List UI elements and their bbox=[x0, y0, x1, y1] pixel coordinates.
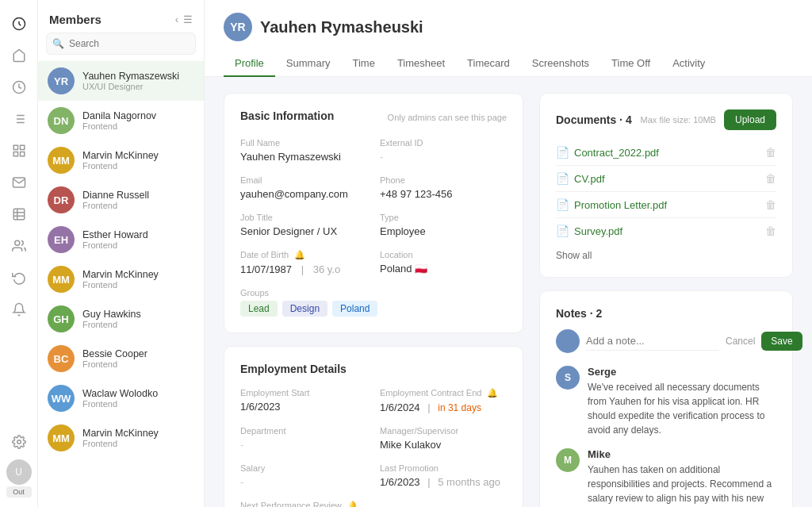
group-tags: Lead Design Poland bbox=[240, 301, 507, 317]
type-label: Type bbox=[380, 213, 507, 222]
note-author: Serge bbox=[588, 366, 776, 378]
members-sidebar: Members ‹ ☰ 🔍 YR Yauhen Rymaszewski UX/U… bbox=[38, 0, 205, 507]
note-input[interactable] bbox=[586, 332, 719, 351]
tab-summary[interactable]: Summary bbox=[275, 51, 342, 77]
note-item: M Mike Yauhen has taken on additional re… bbox=[556, 448, 776, 507]
doc-icon: 📄 bbox=[556, 225, 569, 237]
job-title-field: Job Title Senior Designer / UX bbox=[240, 213, 367, 237]
tab-time[interactable]: Time bbox=[341, 51, 385, 77]
doc-delete-icon[interactable]: 🗑 bbox=[765, 172, 776, 185]
groups-label: Groups bbox=[240, 288, 507, 298]
phone-label: Phone bbox=[380, 175, 507, 185]
profile-tabs: ProfileSummaryTimeTimesheetTimecardScree… bbox=[224, 51, 793, 76]
doc-name[interactable]: 📄 Contract_2022.pdf bbox=[556, 146, 659, 159]
member-item[interactable]: MM Marvin McKinney Frontend bbox=[38, 140, 204, 180]
tab-profile[interactable]: Profile bbox=[224, 51, 275, 77]
department-label: Department bbox=[240, 426, 367, 436]
doc-icon: 📄 bbox=[556, 172, 569, 185]
upload-button[interactable]: Upload bbox=[724, 109, 776, 130]
tab-screenshots[interactable]: Screenshots bbox=[521, 51, 600, 77]
member-item[interactable]: MM Marvin McKinney Frontend bbox=[38, 418, 204, 458]
cancel-note-button[interactable]: Cancel bbox=[726, 336, 755, 347]
salary-label: Salary bbox=[240, 463, 367, 473]
tag-poland: Poland bbox=[332, 301, 377, 317]
doc-icon: 📄 bbox=[556, 198, 569, 211]
doc-name[interactable]: 📄 CV.pdf bbox=[556, 172, 605, 185]
member-item[interactable]: WW Waclaw Wolodko Frontend bbox=[38, 378, 204, 418]
member-item[interactable]: YR Yauhen Rymaszewski UX/UI Designer bbox=[38, 61, 204, 101]
member-item[interactable]: EH Esther Howard Frontend bbox=[38, 220, 204, 259]
profile-avatar: YR bbox=[224, 13, 252, 41]
note-content: Serge We've received all necessary docum… bbox=[588, 366, 776, 437]
nav-icon-mail[interactable] bbox=[5, 168, 33, 197]
svg-point-13 bbox=[14, 240, 19, 245]
menu-icon[interactable]: ☰ bbox=[183, 13, 193, 25]
user-avatar-small[interactable]: U bbox=[6, 459, 32, 485]
location-field: Location Poland 🇵🇱 bbox=[380, 250, 507, 275]
location-label: Location bbox=[380, 250, 507, 259]
nav-icon-reports[interactable] bbox=[5, 136, 33, 165]
doc-delete-icon[interactable]: 🗑 bbox=[765, 146, 776, 159]
external-id-value: - bbox=[380, 151, 507, 163]
note-item: S Serge We've received all necessary doc… bbox=[556, 366, 776, 437]
save-note-button[interactable]: Save bbox=[761, 332, 802, 351]
basic-info-title: Basic Information bbox=[240, 109, 334, 122]
department-value: - bbox=[240, 439, 367, 451]
tab-timesheet[interactable]: Timesheet bbox=[386, 51, 456, 77]
doc-name[interactable]: 📄 Promotion Letter.pdf bbox=[556, 198, 667, 211]
nav-icon-list[interactable] bbox=[5, 105, 33, 133]
tag-lead: Lead bbox=[240, 301, 278, 317]
nav-icon-time[interactable] bbox=[5, 73, 33, 102]
nav-icon-table[interactable] bbox=[5, 200, 33, 229]
members-header: Members ‹ ☰ bbox=[38, 0, 204, 33]
docs-max-size: Max file size: 10MB bbox=[641, 115, 716, 125]
doc-item: 📄 CV.pdf 🗑 bbox=[556, 166, 776, 192]
salary-value: - bbox=[240, 476, 367, 488]
search-input[interactable] bbox=[46, 33, 196, 55]
doc-delete-icon[interactable]: 🗑 bbox=[765, 225, 776, 237]
left-column: Basic Information Only admins can see th… bbox=[224, 93, 523, 507]
emp-start-label: Employment Start bbox=[240, 388, 367, 398]
docs-title-group: Documents · 4 bbox=[556, 113, 632, 126]
collapse-icon[interactable]: ‹ bbox=[175, 13, 178, 25]
member-item[interactable]: GH Guy Hawkins Frontend bbox=[38, 299, 204, 339]
salary-field: Salary - bbox=[240, 463, 367, 488]
emp-start-value: 1/6/2023 bbox=[240, 401, 367, 413]
member-item[interactable]: DR Dianne Russell Frontend bbox=[38, 180, 204, 220]
basic-info-header: Basic Information Only admins can see th… bbox=[240, 109, 507, 125]
tab-activity[interactable]: Activity bbox=[661, 51, 716, 77]
phone-value: +48 97 123-456 bbox=[380, 188, 507, 200]
member-item[interactable]: MM Marvin McKinney Frontend bbox=[38, 259, 204, 299]
nav-icon-bell[interactable] bbox=[5, 295, 33, 324]
external-id-field: External ID - bbox=[380, 138, 507, 163]
phone-field: Phone +48 97 123-456 bbox=[380, 175, 507, 200]
main-content: YR Yauhen Rymasheuski ProfileSummaryTime… bbox=[205, 0, 812, 507]
basic-info-grid: Full Name Yauhen Rymaszewski External ID… bbox=[240, 138, 507, 275]
out-badge: Out bbox=[6, 486, 32, 497]
nav-icon-home[interactable] bbox=[5, 10, 33, 38]
doc-name[interactable]: 📄 Survey.pdf bbox=[556, 225, 622, 237]
show-all-docs[interactable]: Show all bbox=[556, 250, 776, 261]
search-icon: 🔍 bbox=[52, 38, 64, 49]
emp-end-label: Employment Contract End 🔔 bbox=[380, 388, 507, 398]
employment-title: Employment Details bbox=[240, 363, 507, 375]
nav-icon-settings[interactable] bbox=[5, 428, 33, 456]
last-promotion-field: Last Promotion 1/6/2023 | 5 months ago bbox=[380, 463, 507, 488]
tab-timecard[interactable]: Timecard bbox=[456, 51, 521, 77]
docs-header: Documents · 4 Max file size: 10MB Upload bbox=[556, 109, 776, 130]
nav-icon-dashboard[interactable] bbox=[5, 41, 33, 70]
last-promotion-value: 1/6/2023 | 5 months ago bbox=[380, 476, 507, 488]
doc-delete-icon[interactable]: 🗑 bbox=[765, 198, 776, 211]
location-value: Poland 🇵🇱 bbox=[380, 263, 507, 275]
nav-icon-history[interactable] bbox=[5, 263, 33, 292]
member-item[interactable]: BC Bessie Cooper Frontend bbox=[38, 339, 204, 378]
emp-end-field: Employment Contract End 🔔 1/6/2024 | in … bbox=[380, 388, 507, 413]
full-name-value: Yauhen Rymaszewski bbox=[240, 151, 367, 163]
members-header-actions[interactable]: ‹ ☰ bbox=[175, 13, 193, 25]
tab-time-off[interactable]: Time Off bbox=[600, 51, 661, 77]
nav-icon-users[interactable] bbox=[5, 232, 33, 260]
member-item[interactable]: DN Danila Nagornov Frontend bbox=[38, 101, 204, 140]
doc-item: 📄 Survey.pdf 🗑 bbox=[556, 218, 776, 244]
doc-icon: 📄 bbox=[556, 146, 569, 159]
groups-field: Groups Lead Design Poland bbox=[240, 288, 507, 317]
